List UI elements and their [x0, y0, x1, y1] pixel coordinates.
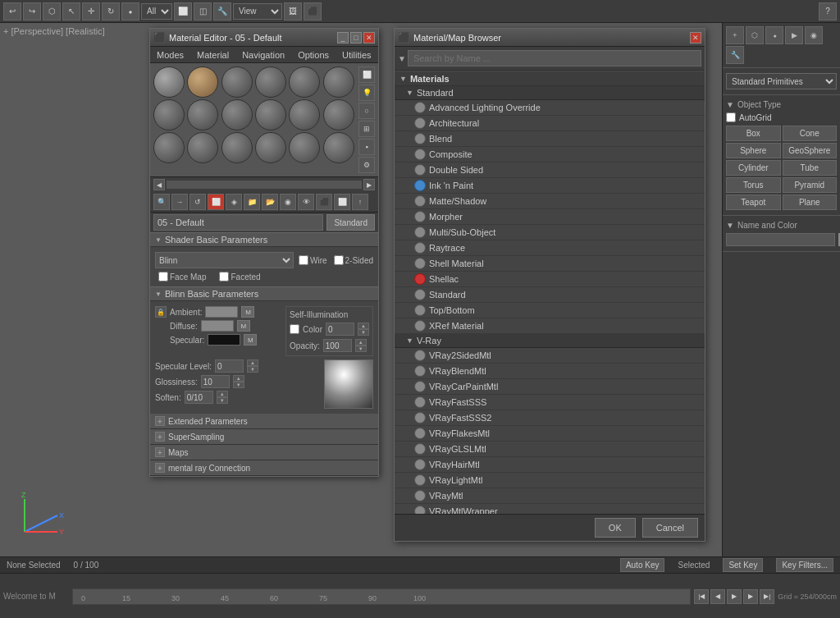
item-adv-light[interactable]: Advanced Lighting Override [395, 100, 705, 116]
item-shell[interactable]: Shell Material [395, 256, 705, 272]
opacity-up-btn[interactable]: ▲ [355, 339, 367, 346]
backlight-btn[interactable]: 💡 [358, 85, 375, 101]
mental-ray-row[interactable]: + mental ray Connection [150, 460, 378, 476]
cancel-btn[interactable]: Cancel [642, 518, 698, 538]
mat-sphere-10[interactable] [255, 99, 286, 130]
item-vray-light[interactable]: VRayLightMtl [395, 473, 705, 488]
mat-name-input[interactable] [153, 214, 323, 231]
show-hardware[interactable]: ⬛ [316, 194, 332, 210]
set-key-btn[interactable]: Set Key [723, 558, 763, 572]
item-morpher[interactable]: Morpher [395, 209, 705, 225]
si-color-checkbox[interactable] [290, 324, 299, 334]
ambient-color[interactable] [205, 306, 238, 318]
autokey-btn[interactable]: Auto Key [620, 558, 665, 572]
diffuse-color[interactable] [201, 320, 234, 332]
mat-sphere-3[interactable] [221, 66, 253, 98]
vray-header[interactable]: ▼ V-Ray [395, 334, 705, 348]
prev-frame-btn[interactable]: ◀ [710, 589, 725, 604]
item-composite[interactable]: Composite [395, 147, 705, 163]
item-vray-wrapper[interactable]: VRayMtlWrapper [395, 504, 705, 514]
item-vray-2sided[interactable]: VRay2SidedMtl [395, 348, 705, 364]
maps-row[interactable]: + Maps [150, 445, 378, 460]
mat-sphere-15[interactable] [221, 132, 253, 163]
item-vray-flakes[interactable]: VRayFlakesMtl [395, 426, 705, 442]
faceted-checkbox[interactable] [219, 272, 229, 282]
render-btn[interactable]: 🖼 [284, 2, 302, 21]
mat-sphere-12[interactable] [323, 99, 354, 130]
item-shellac[interactable]: Shellac [395, 272, 705, 287]
motion-icon[interactable]: ▶ [785, 26, 803, 44]
max-btn[interactable]: □ [350, 32, 362, 43]
select-by-mat[interactable]: ◉ [280, 194, 296, 210]
undo-btn[interactable]: ↩ [3, 2, 21, 21]
item-xref[interactable]: XRef Material [395, 318, 705, 334]
item-matte-shadow[interactable]: Matte/Shadow [395, 194, 705, 209]
si-down-btn[interactable]: ▼ [358, 329, 369, 336]
si-spinner[interactable]: ▲ ▼ [358, 323, 369, 336]
maps-plus[interactable]: + [155, 447, 165, 457]
get-material-btn[interactable]: 📂 [262, 194, 278, 210]
sphere-btn[interactable]: Sphere [726, 143, 781, 158]
mat-sphere-8[interactable] [187, 99, 218, 130]
pyramid-btn[interactable]: Pyramid [783, 177, 838, 193]
item-ink-paint[interactable]: Ink 'n Paint [395, 178, 705, 194]
scale-tool[interactable]: ⬥ [121, 2, 139, 21]
select-tool[interactable]: ↖ [62, 2, 80, 21]
mat-sphere-14[interactable] [187, 132, 218, 163]
hierarchy-icon[interactable]: ⬥ [765, 26, 783, 44]
select-filter[interactable]: All [141, 3, 172, 20]
move-tool[interactable]: ✛ [82, 2, 100, 21]
facemap-cb[interactable]: Face Map [158, 272, 206, 282]
mirror-btn[interactable]: ⬜ [174, 2, 192, 21]
si-value-input[interactable] [326, 323, 354, 336]
item-vray-fastsss2[interactable]: VRayFastSSS2 [395, 410, 705, 426]
go-start-btn[interactable]: |◀ [694, 589, 709, 604]
modify-icon[interactable]: ⬡ [746, 26, 764, 44]
mat-sphere-17[interactable] [289, 132, 320, 163]
create-icon[interactable]: + [726, 26, 744, 44]
diffuse-map-btn[interactable]: M [237, 320, 250, 332]
item-double-sided[interactable]: Double Sided [395, 163, 705, 178]
item-vray-carpaint[interactable]: VRayCarPaintMtl [395, 379, 705, 395]
item-vray-glsl[interactable]: VRayGLSLMtl [395, 442, 705, 457]
browser-close-btn[interactable]: ✕ [690, 32, 701, 43]
soften-down-btn[interactable]: ▼ [217, 397, 228, 404]
spec-level-input[interactable] [215, 359, 244, 373]
mat-sphere-9[interactable] [221, 99, 253, 130]
mat-sphere-1[interactable] [153, 66, 185, 98]
view-mode-select[interactable]: View [233, 3, 282, 20]
scroll-left-btn[interactable]: ◀ [153, 179, 165, 190]
gloss-spinner[interactable]: ▲ ▼ [233, 375, 244, 388]
ok-btn[interactable]: OK [595, 518, 636, 538]
primitive-type-select[interactable]: Standard Primitives [726, 73, 837, 89]
min-btn[interactable]: _ [337, 32, 349, 43]
gloss-down-btn[interactable]: ▼ [233, 382, 244, 388]
cylinder-btn[interactable]: Cylinder [726, 160, 781, 176]
torus-btn[interactable]: Torus [726, 177, 781, 193]
reset-btn[interactable]: ↺ [189, 194, 206, 210]
mat-type-btn[interactable]: Standard [326, 214, 375, 231]
close-btn[interactable]: ✕ [363, 32, 375, 43]
menu-material[interactable]: Material [194, 48, 232, 62]
redo-btn[interactable]: ↪ [23, 2, 41, 21]
item-raytrace[interactable]: Raytrace [395, 240, 705, 256]
spec-down-btn[interactable]: ▼ [247, 366, 258, 373]
tool1[interactable]: ⬡ [43, 2, 61, 21]
rotate-tool[interactable]: ↻ [102, 2, 120, 21]
next-frame-btn[interactable]: ▶ [743, 589, 758, 604]
sample-options[interactable]: ⚙ [358, 157, 375, 173]
mat-sphere-18[interactable] [323, 132, 354, 163]
twosided-cb[interactable]: 2-Sided [334, 255, 373, 265]
mat-sphere-6[interactable] [323, 66, 354, 98]
specular-map-btn[interactable]: M [244, 334, 257, 346]
copy-btn[interactable]: ⬜ [208, 194, 224, 210]
spec-up-btn[interactable]: ▲ [247, 359, 258, 366]
standard-header[interactable]: ▼ Standard [395, 86, 705, 100]
box-btn[interactable]: Box [726, 126, 781, 141]
tube-btn[interactable]: Tube [783, 160, 838, 176]
bg-toggle[interactable]: ⬜ [358, 66, 375, 83]
wire-cb[interactable]: Wire [299, 255, 327, 265]
autogrid-checkbox[interactable] [726, 112, 736, 122]
sample-uv[interactable]: ⊞ [358, 121, 375, 137]
supersampling-row[interactable]: + SuperSampling [150, 429, 378, 445]
